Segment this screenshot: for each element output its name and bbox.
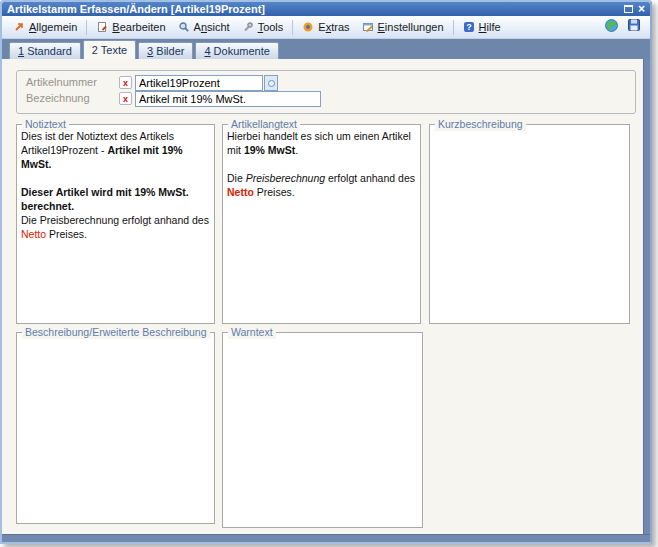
magnifier-icon xyxy=(178,21,190,33)
edit-page-icon xyxy=(96,21,108,33)
content-area: Artikelnummer Bezeichnung x x Notiztext … xyxy=(2,59,650,542)
menu-item-ansicht[interactable]: Ansicht xyxy=(172,19,236,35)
window-right-border xyxy=(643,59,650,542)
window-title: Artikelstamm Erfassen/Ändern [Artikel19P… xyxy=(7,2,619,16)
save-button[interactable] xyxy=(623,17,645,37)
artikellangtext-panel: Artikellangtext Hierbei handelt es sich … xyxy=(222,124,421,324)
restore-button[interactable] xyxy=(624,5,633,13)
warntext-panel: Warntext xyxy=(222,332,423,528)
tab-bar: 1 Standard 2 Texte 3 Bilder 4 Dokumente xyxy=(2,39,650,59)
menu-item-allgemein[interactable]: Allgemein xyxy=(7,19,83,35)
menu-label: Tools xyxy=(258,21,284,33)
window-bottom-border xyxy=(2,534,650,542)
globe-button[interactable] xyxy=(600,17,623,38)
titlebar: Artikelstamm Erfassen/Ändern [Artikel19P… xyxy=(2,2,650,16)
beschreibung-textarea[interactable] xyxy=(18,335,213,522)
close-button[interactable]: × xyxy=(638,4,645,14)
menu-label: Einstellungen xyxy=(378,21,444,33)
wrench-icon xyxy=(242,21,254,33)
settings-window-icon xyxy=(362,21,374,33)
menubar: Allgemein Bearbeiten Ansicht Tools Extra… xyxy=(2,16,650,39)
menu-label: Allgemein xyxy=(29,21,77,33)
lifebuoy-icon xyxy=(302,21,314,33)
menu-separator xyxy=(292,20,293,35)
menu-item-einstellungen[interactable]: Einstellungen xyxy=(356,19,450,35)
save-icon xyxy=(627,18,641,36)
notiztext-textarea[interactable]: Dies ist der Notiztext des Artikels Arti… xyxy=(18,127,213,322)
bezeichnung-clear-button[interactable]: x xyxy=(119,92,132,105)
artikelnummer-input[interactable] xyxy=(135,75,263,91)
kurzbeschreibung-panel: Kurzbeschreibung xyxy=(429,124,630,324)
menu-separator xyxy=(86,20,87,35)
artikelnummer-label: Artikelnummer xyxy=(26,76,97,88)
kurzbeschreibung-textarea[interactable] xyxy=(431,127,628,322)
menu-separator xyxy=(453,20,454,35)
globe-icon xyxy=(604,18,619,37)
arrow-ne-icon xyxy=(13,21,25,33)
menu-item-tools[interactable]: Tools xyxy=(236,19,290,35)
help-icon: ? xyxy=(463,21,475,33)
app-window: Artikelstamm Erfassen/Ändern [Artikel19P… xyxy=(0,0,652,544)
menu-label: Ansicht xyxy=(194,21,230,33)
notiztext-panel: Notiztext Dies ist der Notiztext des Art… xyxy=(16,124,215,324)
menu-item-bearbeiten[interactable]: Bearbeiten xyxy=(90,19,171,35)
article-fields-group: Artikelnummer Bezeichnung x x xyxy=(16,70,636,114)
tab-texte[interactable]: 2 Texte xyxy=(83,40,136,59)
artikelnummer-lookup-button[interactable] xyxy=(264,75,278,91)
tab-standard[interactable]: 1 Standard xyxy=(9,42,81,59)
lookup-icon xyxy=(268,80,275,87)
bezeichnung-input[interactable] xyxy=(135,91,321,107)
tab-bilder[interactable]: 3 Bilder xyxy=(138,42,193,59)
beschreibung-panel: Beschreibung/Erweiterte Beschreibung xyxy=(16,332,215,524)
menu-label: Bearbeiten xyxy=(112,21,165,33)
bezeichnung-label: Bezeichnung xyxy=(26,92,90,104)
svg-text:?: ? xyxy=(466,22,472,32)
artikelnummer-clear-button[interactable]: x xyxy=(119,76,132,89)
menu-label: Extras xyxy=(318,21,349,33)
menu-label: Hilfe xyxy=(479,21,501,33)
menu-item-extras[interactable]: Extras xyxy=(296,19,355,35)
menu-item-hilfe[interactable]: ? Hilfe xyxy=(457,19,507,35)
artikellangtext-textarea[interactable]: Hierbei handelt es sich um einen Artikel… xyxy=(224,127,419,322)
restore-icon xyxy=(624,5,633,13)
tab-dokumente[interactable]: 4 Dokumente xyxy=(195,42,278,59)
warntext-textarea[interactable] xyxy=(224,335,421,526)
